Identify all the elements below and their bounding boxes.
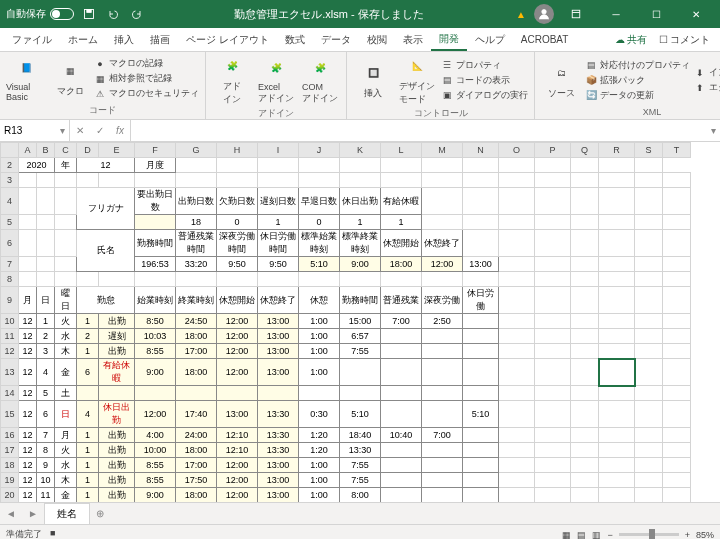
cell[interactable]	[258, 386, 299, 401]
cell[interactable]	[37, 173, 55, 188]
cell[interactable]: 20	[1, 488, 19, 503]
col-T[interactable]: T	[663, 143, 691, 158]
cell[interactable]: 普通残業 時間	[176, 230, 217, 257]
cell[interactable]: 火	[55, 443, 77, 458]
cell[interactable]	[535, 428, 571, 443]
tab-データ[interactable]: データ	[313, 28, 359, 51]
sheet-nav-prev[interactable]: ◄	[0, 508, 22, 519]
cell[interactable]	[499, 230, 535, 257]
cell[interactable]: 4	[37, 359, 55, 386]
cell[interactable]	[599, 428, 635, 443]
cell[interactable]	[37, 215, 55, 230]
cell[interactable]	[535, 230, 571, 257]
cell[interactable]	[599, 443, 635, 458]
cell[interactable]: 出勤日数	[176, 188, 217, 215]
cell[interactable]: 標準終業 時刻	[340, 230, 381, 257]
cell[interactable]: 12:00	[217, 488, 258, 503]
cell[interactable]: 196:53	[135, 257, 176, 272]
cell[interactable]: 8:55	[135, 458, 176, 473]
cell[interactable]: 1	[77, 314, 99, 329]
cell[interactable]	[340, 158, 381, 173]
cell[interactable]	[422, 488, 463, 503]
cell[interactable]	[463, 158, 499, 173]
autosave-toggle[interactable]: 自動保存	[6, 7, 74, 21]
cell[interactable]: 1	[77, 488, 99, 503]
col-Q[interactable]: Q	[571, 143, 599, 158]
shimei-label[interactable]: 氏名	[77, 230, 135, 272]
cell[interactable]	[217, 173, 258, 188]
cell[interactable]: 勤怠	[77, 287, 135, 314]
cell[interactable]	[635, 158, 663, 173]
cell[interactable]: 出勤	[99, 458, 135, 473]
cell[interactable]	[299, 386, 340, 401]
cell[interactable]: 普通残業	[381, 287, 422, 314]
addin-button[interactable]: 🧩アド イン	[212, 54, 252, 106]
cell[interactable]	[535, 458, 571, 473]
cell[interactable]: 1:00	[299, 473, 340, 488]
cell[interactable]: 休憩	[299, 287, 340, 314]
cell[interactable]	[340, 173, 381, 188]
tab-ファイル[interactable]: ファイル	[4, 28, 60, 51]
cell[interactable]: 24:50	[176, 314, 217, 329]
cell[interactable]	[422, 386, 463, 401]
cell[interactable]	[635, 488, 663, 503]
cell[interactable]	[571, 314, 599, 329]
cell[interactable]	[535, 314, 571, 329]
cell[interactable]: 33:20	[176, 257, 217, 272]
cell[interactable]: 出勤	[99, 428, 135, 443]
view-normal-button[interactable]: ▦	[562, 530, 571, 540]
cell[interactable]	[535, 473, 571, 488]
cell[interactable]	[463, 230, 499, 257]
tab-ホーム[interactable]: ホーム	[60, 28, 106, 51]
cell[interactable]	[571, 329, 599, 344]
ribbon-options-button[interactable]	[558, 2, 594, 26]
cell[interactable]	[422, 173, 463, 188]
cell[interactable]	[463, 173, 499, 188]
cell[interactable]: 8:55	[135, 344, 176, 359]
cell[interactable]: 12:00	[217, 473, 258, 488]
cell[interactable]: 12:10	[217, 428, 258, 443]
name-box[interactable]: R13 ▾	[0, 120, 70, 141]
cell[interactable]	[381, 488, 422, 503]
cell[interactable]: 日	[37, 287, 55, 314]
cell[interactable]	[599, 173, 635, 188]
cell[interactable]	[535, 173, 571, 188]
cell[interactable]: 13:00	[217, 401, 258, 428]
cell[interactable]: 12	[19, 401, 37, 428]
cell[interactable]	[422, 188, 463, 215]
minimize-button[interactable]: ─	[598, 2, 634, 26]
cell[interactable]: 8	[1, 272, 19, 287]
cell[interactable]: 13:00	[258, 359, 299, 386]
cell[interactable]: 金	[55, 359, 77, 386]
cell[interactable]	[258, 173, 299, 188]
cell[interactable]: 1	[77, 443, 99, 458]
cell[interactable]	[499, 488, 535, 503]
cell[interactable]	[663, 443, 691, 458]
cell[interactable]: 18:00	[176, 359, 217, 386]
cell[interactable]: 1	[37, 314, 55, 329]
cell[interactable]: 1:20	[299, 428, 340, 443]
cell[interactable]: 10:00	[135, 443, 176, 458]
cell[interactable]	[571, 173, 599, 188]
cell[interactable]	[599, 215, 635, 230]
cell[interactable]	[599, 257, 635, 272]
record-macro-button[interactable]: ●マクロの記録	[94, 57, 199, 70]
cell[interactable]: 24:00	[176, 428, 217, 443]
col-J[interactable]: J	[299, 143, 340, 158]
cell[interactable]: 8:00	[340, 488, 381, 503]
visual-basic-button[interactable]: 📘Visual Basic	[6, 54, 46, 103]
cell[interactable]	[635, 188, 663, 215]
cell[interactable]: 5:10	[340, 401, 381, 428]
cell[interactable]	[499, 359, 535, 386]
cell[interactable]: 休憩終了	[258, 287, 299, 314]
cell[interactable]	[463, 329, 499, 344]
cell[interactable]: 休憩終了	[422, 230, 463, 257]
cell[interactable]	[176, 386, 217, 401]
cell[interactable]: 16	[1, 428, 19, 443]
cell[interactable]	[99, 173, 135, 188]
cell[interactable]	[463, 458, 499, 473]
furigana-label[interactable]: フリガナ	[77, 188, 135, 230]
cell[interactable]: 5:10	[463, 401, 499, 428]
cell[interactable]	[535, 344, 571, 359]
cell[interactable]: 8	[37, 443, 55, 458]
